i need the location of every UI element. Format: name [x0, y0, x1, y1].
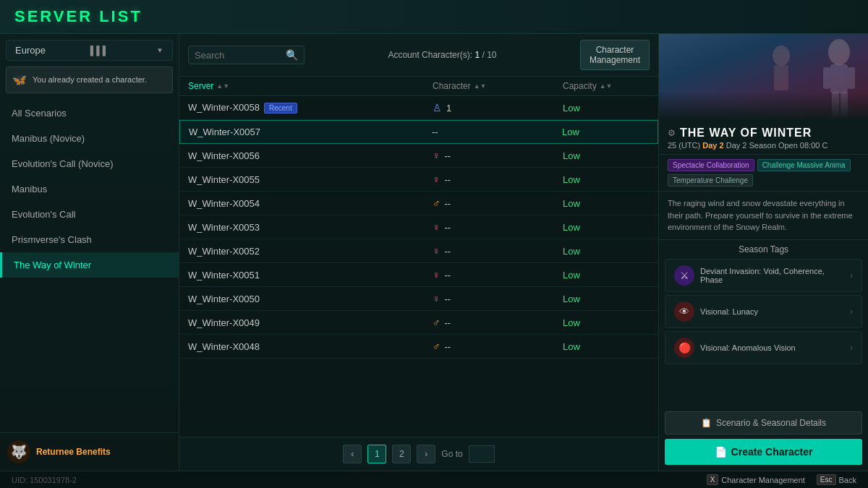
sort-icon-capacity: ▲▼ [600, 82, 613, 90]
panel-tag: Spectacle Collaboration [668, 159, 754, 171]
panel-description: The raging wind and snow devastate every… [659, 192, 868, 240]
account-chars-label: Account Character(s): [388, 50, 472, 60]
server-name: W_Winter-X0058Recent [188, 102, 433, 114]
table-row[interactable]: W_Winter-X0048 ♂ -- Low [179, 335, 658, 359]
capacity-value: Low [563, 222, 650, 233]
season-tag-icon: ⚔ [674, 265, 694, 286]
account-chars-info: Account Character(s): 1 / 10 [313, 50, 571, 60]
main-container: SERVER LIST Europe ▌▌▌ ▼ 🦋 You already c… [0, 0, 868, 488]
table-row[interactable]: W_Winter-X0049 ♂ -- Low [179, 311, 658, 335]
char-mgmt-key: X [707, 474, 719, 485]
uid-text: UID: 150031978-2 [12, 476, 695, 484]
recent-badge: Recent [264, 103, 297, 114]
server-name: W_Winter-X0056 [188, 150, 433, 161]
region-selector[interactable]: Europe ▌▌▌ ▼ [6, 40, 173, 61]
char-count: -- [445, 198, 451, 209]
char-count: 1 [446, 103, 451, 114]
returnee-icon: 🐺 [7, 440, 30, 463]
table-row[interactable]: W_Winter-X0055 ♀ -- Low [179, 168, 658, 192]
svg-rect-1 [830, 64, 848, 93]
sidebar-item-manibus-(novice)[interactable]: Manibus (Novice) [0, 126, 179, 151]
char-cell: ♀ -- [433, 174, 563, 185]
page-1-button[interactable]: 1 [367, 445, 386, 463]
panel-title-area: ⚙ THE WAY OF WINTER 25 (UTC) Day 2 Day 2… [659, 121, 868, 155]
sidebar-item-evolution's-call-(novice)[interactable]: Evolution's Call (Novice) [0, 151, 179, 176]
season-tags-container: ⚔ Deviant Invasion: Void, Coherence, Pha… [659, 259, 868, 367]
goto-label: Go to [441, 449, 462, 459]
table-row[interactable]: W_Winter-X0056 ♀ -- Low [179, 144, 658, 168]
sort-icon-server: ▲▼ [216, 82, 229, 90]
page-2-button[interactable]: 2 [392, 445, 411, 463]
sidebar-item-evolution's-call[interactable]: Evolution's Call [0, 202, 179, 227]
sidebar-item-all-scenarios[interactable]: All Scenarios [0, 100, 179, 126]
server-name: W_Winter-X0053 [188, 222, 433, 233]
table-row[interactable]: W_Winter-X0058Recent ♙ 1 Low [179, 96, 658, 120]
scenario-details-button[interactable]: 📋 Scenario & Seasonal Details [665, 411, 862, 435]
server-name: W_Winter-X0052 [188, 246, 433, 257]
signal-icon: ▌▌▌ [90, 46, 109, 56]
nav-items: All ScenariosManibus (Novice)Evolution's… [0, 100, 179, 278]
capacity-value: Low [563, 270, 650, 281]
col-character: Character ▲▼ [433, 81, 563, 91]
table-row[interactable]: W_Winter-X0057 -- Low [179, 120, 658, 144]
region-name: Europe [15, 45, 46, 56]
server-name: W_Winter-X0054 [188, 198, 433, 209]
table-row[interactable]: W_Winter-X0051 ♀ -- Low [179, 263, 658, 287]
next-page-button[interactable]: › [417, 445, 435, 463]
returnee-benefits[interactable]: 🐺 Returnee Benefits [0, 432, 179, 471]
char-count: -- [445, 317, 451, 328]
subtitle-season: Season Open 08:00 C [749, 141, 828, 150]
prev-page-button[interactable]: ‹ [343, 445, 362, 463]
header: SERVER LIST [0, 0, 868, 34]
search-input[interactable] [195, 50, 281, 61]
capacity-value: Low [563, 341, 650, 352]
sidebar-item-prismverse's-clash[interactable]: Prismverse's Clash [0, 227, 179, 252]
sidebar-item-manibus[interactable]: Manibus [0, 176, 179, 202]
table-row[interactable]: W_Winter-X0054 ♂ -- Low [179, 192, 658, 215]
char-count: -- [445, 174, 451, 185]
create-character-button[interactable]: 📄 Create Character [665, 439, 862, 465]
content-area: Europe ▌▌▌ ▼ 🦋 You already created a cha… [0, 34, 868, 471]
table-row[interactable]: W_Winter-X0053 ♀ -- Low [179, 215, 658, 239]
server-name: W_Winter-X0048 [188, 341, 433, 352]
back-label: Back [839, 476, 856, 484]
char-mgmt-line2: Management [590, 55, 640, 65]
back-shortcut[interactable]: Esc Back [817, 474, 856, 485]
season-tag-item[interactable]: ⚔ Deviant Invasion: Void, Coherence, Pha… [665, 259, 862, 292]
season-tag-item[interactable]: 👁 Visional: Lunacy › [665, 295, 862, 328]
create-char-label: Create Character [731, 446, 813, 458]
panel-tag: Temperature Challenge [668, 174, 753, 187]
search-box[interactable]: 🔍 [188, 46, 305, 64]
chevron-down-icon: ▼ [156, 46, 163, 54]
server-name: W_Winter-X0057 [189, 127, 432, 137]
panel-actions: 📋 Scenario & Seasonal Details 📄 Create C… [659, 406, 868, 471]
table-row[interactable]: W_Winter-X0050 ♀ -- Low [179, 287, 658, 311]
table-header: Server ▲▼ Character ▲▼ Capacity ▲▼ [179, 77, 658, 96]
col-capacity: Capacity ▲▼ [563, 81, 650, 91]
list-toolbar: 🔍 Account Character(s): 1 / 10 Character… [179, 34, 658, 77]
char-icon: ♀ [433, 174, 441, 185]
sidebar-item-the-way-of-winter[interactable]: The Way of Winter [0, 252, 179, 278]
scenario-details-label: Scenario & Seasonal Details [716, 418, 826, 428]
capacity-value: Low [563, 150, 650, 161]
char-icon: ♙ [433, 102, 442, 114]
svg-point-6 [773, 46, 790, 66]
butterfly-icon: 🦋 [12, 73, 27, 87]
char-management-shortcut[interactable]: X Character Management [707, 474, 805, 485]
chars-current: 1 [475, 50, 480, 60]
server-name: W_Winter-X0050 [188, 294, 433, 304]
char-icon: ♀ [433, 269, 441, 281]
char-management-button[interactable]: Character Management [580, 40, 650, 70]
season-tag-item[interactable]: 🔴 Visional: Anomalous Vision › [665, 331, 862, 364]
chevron-right-icon: › [850, 307, 853, 317]
char-cell: ♀ -- [433, 245, 563, 257]
char-icon: ♀ [433, 221, 441, 233]
char-cell: ♂ -- [433, 317, 563, 328]
table-row[interactable]: W_Winter-X0052 ♀ -- Low [179, 239, 658, 263]
svg-rect-2 [823, 67, 830, 89]
subtitle-day-text: Day 2 [726, 141, 749, 150]
panel-subtitle: 25 (UTC) Day 2 Day 2 Season Open 08:00 C [668, 141, 859, 150]
svg-rect-3 [848, 67, 855, 89]
goto-input[interactable] [469, 445, 495, 463]
char-cell: ♀ -- [433, 293, 563, 304]
